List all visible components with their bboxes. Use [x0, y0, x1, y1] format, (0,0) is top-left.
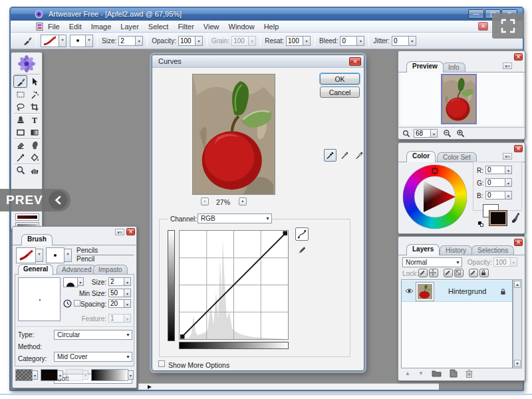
bleed-field[interactable]: [340, 36, 357, 46]
texture-swatch-dropdown[interactable]: ▾: [33, 370, 38, 380]
blend-mode-combo[interactable]: Normal▼: [402, 257, 462, 267]
move-layer-down-icon[interactable]: ▼: [418, 370, 424, 376]
preview-panel-close-icon[interactable]: ✕: [514, 53, 523, 61]
menu-image[interactable]: Image: [91, 21, 112, 32]
layer-row-hintergrund[interactable]: Hintergrund: [402, 281, 512, 302]
lock-pixels-button[interactable]: [444, 269, 453, 277]
zoom-tool[interactable]: [13, 164, 27, 176]
bp-size-field[interactable]: [108, 277, 124, 286]
menu-filter[interactable]: Filter: [178, 21, 194, 32]
color-panel-menu-icon[interactable]: ▾≡: [503, 153, 512, 160]
move-layer-up-icon[interactable]: ▲: [405, 370, 410, 376]
scroll-arrow-icon[interactable]: [148, 385, 152, 389]
layer-group-folder-icon[interactable]: [432, 369, 442, 377]
scroll-down-icon[interactable]: ▼: [514, 360, 521, 367]
lock-paint-button[interactable]: [418, 269, 428, 277]
layer-list-scrollbar[interactable]: ▲ ▼: [513, 279, 522, 368]
zoom-out-icon[interactable]: [443, 129, 452, 138]
tab-brush[interactable]: Brush: [21, 234, 53, 245]
fill-tool[interactable]: [27, 151, 41, 164]
magic-wand-tool[interactable]: [27, 88, 41, 100]
brush-category-dropdown[interactable]: ▾: [36, 249, 43, 262]
hand-tool[interactable]: [27, 164, 41, 176]
tab-impasto[interactable]: Impasto: [93, 265, 128, 274]
color-panel-close-icon[interactable]: ✕: [514, 145, 523, 152]
g-field[interactable]: [485, 178, 505, 187]
minimize-button[interactable]: —: [468, 9, 484, 19]
curves-close-icon[interactable]: ✕: [349, 57, 361, 66]
smudge-tool[interactable]: [27, 138, 41, 151]
resat-field[interactable]: [286, 36, 303, 46]
b-spinner[interactable]: ▾: [505, 191, 512, 200]
color-swatch-dropdown[interactable]: ▾: [58, 370, 63, 380]
size-field[interactable]: [118, 36, 136, 46]
clone-stamp-tool[interactable]: [13, 113, 27, 126]
bp-spacing-field[interactable]: [108, 299, 124, 308]
show-more-options-checkbox[interactable]: [158, 360, 165, 367]
menu-view[interactable]: View: [203, 21, 219, 32]
bp-spacing-spinner[interactable]: ▾: [124, 299, 131, 308]
menu-select[interactable]: Select: [148, 21, 169, 32]
menu-edit[interactable]: Edit: [69, 21, 82, 32]
gallery-prev-circle[interactable]: [49, 191, 67, 209]
gallery-prev-button[interactable]: PREV: [0, 189, 70, 211]
menu-help[interactable]: Help: [264, 21, 279, 32]
preview-zoom-spinner[interactable]: ▾: [431, 129, 438, 138]
r-field[interactable]: [485, 166, 505, 174]
preview-zoom-out-button[interactable]: ▫: [201, 198, 209, 205]
gradient-swatch-button[interactable]: [91, 369, 128, 381]
ink-dipper-icon[interactable]: [511, 212, 521, 223]
menu-file[interactable]: File: [48, 21, 60, 32]
new-layer-icon[interactable]: [450, 369, 458, 378]
bleed-spinner[interactable]: ▾: [357, 36, 364, 46]
tab-preview[interactable]: Preview: [406, 61, 444, 72]
delete-layer-trash-icon[interactable]: [466, 369, 473, 378]
move-tool[interactable]: [27, 75, 41, 88]
curve-point-mode-button[interactable]: [295, 227, 309, 241]
preview-panel-menu-icon[interactable]: ▾≡: [503, 63, 512, 69]
crop-tool[interactable]: [27, 100, 41, 113]
channel-combo[interactable]: RGB▼: [198, 213, 272, 223]
preview-zoom-field[interactable]: [414, 129, 431, 138]
menu-layer[interactable]: Layer: [120, 21, 139, 32]
brush-category-preview-button[interactable]: [16, 247, 36, 263]
jitter-field[interactable]: [392, 36, 409, 46]
opacity-field[interactable]: [178, 36, 196, 46]
tab-selections[interactable]: Selections: [471, 245, 514, 255]
curve-draw-mode-button[interactable]: [297, 244, 307, 255]
gray-point-eyedropper[interactable]: [338, 149, 351, 162]
zoom-in-icon[interactable]: [456, 129, 465, 138]
tab-layers[interactable]: Layers: [406, 244, 440, 255]
resat-spinner[interactable]: ▾: [303, 36, 311, 46]
lock-all-button[interactable]: [479, 269, 489, 277]
default-colors-icon[interactable]: [478, 221, 483, 227]
bp-type-combo[interactable]: Circular▼: [54, 330, 132, 340]
color-swatch-button[interactable]: [41, 369, 58, 381]
document-scroll-strip[interactable]: [138, 383, 439, 390]
curve-point-shadow[interactable]: [180, 334, 185, 339]
black-point-eyedropper[interactable]: [324, 149, 336, 162]
opacity-spinner[interactable]: ▾: [196, 36, 203, 46]
tab-advanced[interactable]: Advanced: [57, 265, 96, 274]
b-field[interactable]: [485, 191, 505, 200]
tab-history[interactable]: History: [440, 245, 472, 255]
saturation-triangle[interactable]: [403, 165, 467, 229]
gradient-swatch-dropdown[interactable]: ▾: [128, 370, 134, 380]
eraser-tool[interactable]: [13, 138, 27, 151]
brush-variant-dropdown[interactable]: ▾: [59, 35, 66, 47]
tab-general[interactable]: General: [18, 264, 53, 275]
brush-variant-dropdown-2[interactable]: ▾: [65, 249, 72, 262]
brush-tip-dropdown[interactable]: ▾: [86, 35, 93, 47]
gallery-fullscreen-button[interactable]: [492, 13, 524, 39]
bp-minsize-spinner[interactable]: ▾: [124, 289, 131, 297]
size-spinner[interactable]: ▾: [136, 36, 143, 46]
bp-minsize-field[interactable]: [108, 289, 124, 297]
brush-panel-menu-icon[interactable]: ▾≡: [115, 229, 124, 235]
tab-color[interactable]: Color: [406, 151, 436, 162]
r-spinner[interactable]: ▾: [505, 166, 512, 174]
document-close-button[interactable]: ✕: [478, 22, 488, 31]
rect-select-tool[interactable]: [13, 88, 27, 100]
scroll-up-icon[interactable]: ▲: [514, 281, 521, 288]
g-spinner[interactable]: ▾: [505, 178, 512, 187]
tab-info[interactable]: Info: [442, 63, 466, 72]
